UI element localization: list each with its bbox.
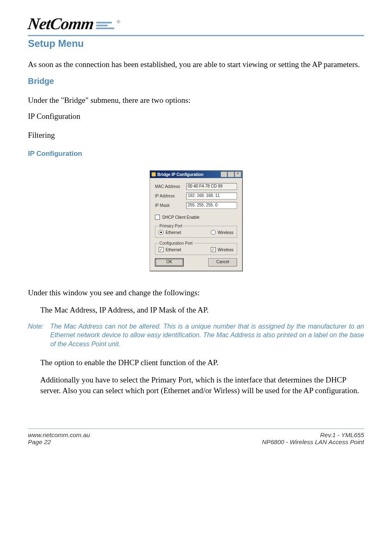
footer-rule <box>28 429 364 429</box>
ip-address-label: IP Address <box>155 194 184 198</box>
dhcp-client-label: DHCP Client Enable <box>162 215 199 220</box>
config-ethernet-label: Ethernet <box>166 248 181 252</box>
config-ethernet-checkbox[interactable]: ✓ <box>159 247 164 252</box>
bridge-ip-config-dialog: Bridge IP Configuration _ □ × MAC Addres… <box>150 170 242 271</box>
section-bridge-heading: Bridge <box>28 76 364 86</box>
bullet-primary-port: Additionally you have to select the Prim… <box>40 375 364 396</box>
ok-button[interactable]: OK <box>155 258 184 266</box>
option-ip-configuration: IP Configuration <box>28 112 364 121</box>
option-filtering: Filtering <box>28 131 364 140</box>
intro-paragraph: As soon as the connection has been estab… <box>28 59 364 70</box>
registered-mark: ® <box>117 19 120 33</box>
note-label: Note: <box>28 322 44 349</box>
dhcp-client-checkbox[interactable] <box>155 215 160 220</box>
header-rule <box>28 35 364 36</box>
maximize-button: □ <box>228 171 234 177</box>
brand-logo: NetComm ® <box>28 14 364 33</box>
bullet-dhcp: The option to enable the DHCP client fun… <box>40 357 364 368</box>
after-dialog-text: Under this window you see and change the… <box>28 287 364 298</box>
note-block: Note: The Mac Address can not be altered… <box>28 322 364 349</box>
primary-ethernet-radio[interactable] <box>159 230 164 235</box>
bridge-intro: Under the "Bridge" submenu, there are tw… <box>28 95 364 106</box>
footer-url: www.netcomm.com.au <box>28 431 90 438</box>
close-button[interactable]: × <box>235 171 241 177</box>
mac-address-label: MAC Address <box>155 184 184 189</box>
cancel-button[interactable]: Cancel <box>208 258 237 266</box>
bullet-mac-ip-mask: The Mac Address, IP Address, and IP Mask… <box>40 305 364 315</box>
footer-rev: Rev.1 - YML655 <box>262 431 364 438</box>
configuration-port-legend: Configuration Port <box>159 241 194 246</box>
dialog-title: Bridge IP Configuration <box>157 172 203 177</box>
config-wireless-checkbox[interactable]: ✓ <box>211 247 216 252</box>
note-body: The Mac Address can not be altered. This… <box>50 322 364 349</box>
ip-address-field[interactable]: 192. 168. 168. 11 <box>186 192 237 199</box>
primary-wireless-radio[interactable] <box>211 230 216 235</box>
logo-bars-icon <box>96 22 114 33</box>
app-icon <box>152 172 156 176</box>
subsection-ip-config-heading: IP Configuration <box>28 150 364 158</box>
mac-address-field: 00 40 F4 78 CD 99 <box>186 183 237 190</box>
ip-mask-label: IP Mask <box>155 203 184 208</box>
config-wireless-label: Wireless <box>218 248 233 252</box>
page-footer: www.netcomm.com.au Page 22 Rev.1 - YML65… <box>28 431 364 445</box>
configuration-port-group: Configuration Port ✓ Ethernet ✓ Wireless <box>155 241 237 255</box>
footer-page: Page 22 <box>28 438 90 445</box>
footer-product: NP6800 - Wireless LAN Access Point <box>262 438 364 445</box>
primary-port-group: Primary Port Ethernet Wireless <box>155 224 237 238</box>
primary-wireless-label: Wireless <box>218 230 233 235</box>
ip-mask-field[interactable]: 255. 255. 255. 0 <box>186 202 237 209</box>
primary-port-legend: Primary Port <box>159 224 183 228</box>
minimize-button[interactable]: _ <box>221 171 227 177</box>
logo-text: NetComm <box>27 14 95 33</box>
primary-ethernet-label: Ethernet <box>166 230 181 235</box>
page-title: Setup Menu <box>28 38 364 49</box>
dialog-titlebar[interactable]: Bridge IP Configuration _ □ × <box>150 171 242 178</box>
